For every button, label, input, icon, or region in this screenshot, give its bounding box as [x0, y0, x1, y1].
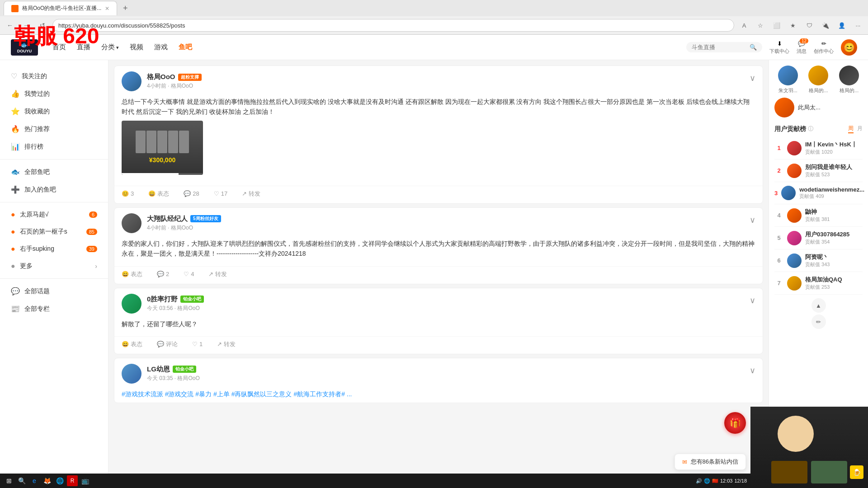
search-icon[interactable]: 🔍	[750, 44, 757, 51]
post-comment-1[interactable]: 💬 28	[184, 190, 199, 197]
split-view-icon[interactable]: ⬜	[770, 19, 783, 32]
post-like-emoji-1[interactable]: 😊 3	[122, 190, 134, 197]
taskbar-app-2[interactable]: 🌐	[54, 475, 65, 486]
extension-icon[interactable]: 🔌	[819, 19, 832, 32]
more-options-icon[interactable]: ···	[852, 19, 864, 32]
post-share-1[interactable]: ↗ 转发	[242, 190, 260, 198]
rank-item-5: 5 用户0307864285 贡献值 354	[774, 227, 863, 249]
sidebar-item-liked[interactable]: 👍 我赞过的	[0, 85, 108, 103]
post-comment-3[interactable]: 💬 评论	[157, 340, 178, 348]
star-icon: ⭐	[11, 107, 20, 116]
post-avatar-3[interactable]	[122, 294, 142, 314]
sidebar-item-all-columns[interactable]: 📰 全部专栏	[0, 300, 108, 318]
favorites-icon[interactable]: ★	[787, 19, 799, 32]
post-avatar-4[interactable]	[122, 364, 142, 384]
sidebar-item-taiyanma[interactable]: ● 太原马超√ 6	[0, 206, 108, 223]
browser-tab[interactable]: 格局OoO的鱼吧-斗鱼社区-直播... ✕	[4, 1, 117, 15]
gift-circle: 🎁	[724, 412, 746, 434]
bookmark-icon[interactable]: ☆	[754, 19, 767, 32]
post-collapse-3[interactable]: ∨	[750, 296, 755, 305]
sidebar-shiye-label: 石页的第一枢子s	[20, 228, 67, 236]
rank-tab-month[interactable]: 月	[857, 125, 863, 133]
rank-avatar-2[interactable]	[787, 164, 802, 178]
rank-avatar-6[interactable]	[787, 253, 802, 268]
suggested-user-3[interactable]: 此局太...	[774, 98, 863, 117]
message-button[interactable]: 💬 12 消息	[797, 40, 807, 55]
left-sidebar: ♡ 我关注的 👍 我赞过的 ⭐ 我收藏的 🔥 热门推荐 📊 排行榜 🐟	[0, 60, 108, 488]
sidebar-item-following[interactable]: ♡ 我关注的	[0, 67, 108, 85]
post-header-4: LG幼恩 铂金小吧 今天 03:35 · 格局OoO ∨	[114, 358, 763, 389]
nav-fishbar[interactable]: 鱼吧	[179, 43, 192, 52]
post-heart-2[interactable]: ♡ 4	[184, 271, 194, 277]
post-biaoqing-1[interactable]: 😄 表态	[148, 190, 169, 198]
profile-icon[interactable]: 👤	[835, 19, 848, 32]
create-button[interactable]: ✏ 创作中心	[814, 40, 834, 55]
suggested-user-2[interactable]: 格局的...	[835, 66, 863, 94]
rank-avatar-5[interactable]	[787, 231, 802, 245]
post-username-4: LG幼恩 铂金小吧	[147, 365, 755, 374]
sidebar-item-all-bars[interactable]: 🐟 全部鱼吧	[0, 163, 108, 181]
search-input[interactable]	[692, 44, 746, 51]
notification-icon: ✉	[682, 459, 687, 465]
post-collapse-1[interactable]: ∨	[750, 73, 755, 83]
post-biaoqing-3[interactable]: 😄 表态	[122, 340, 142, 348]
search-box[interactable]: 🔍	[686, 42, 762, 52]
taskbar-app-1[interactable]: 🦊	[42, 475, 52, 486]
search-taskbar-icon[interactable]: 🔍	[16, 475, 27, 486]
nav-games[interactable]: 游戏	[154, 43, 168, 52]
sidebar-item-hot[interactable]: 🔥 热门推荐	[0, 120, 108, 138]
rank-name-5: 用户0307864285	[805, 230, 863, 239]
post-collapse-4[interactable]: ∨	[750, 366, 755, 375]
suggested-name-0: 朱文羽...	[778, 87, 797, 94]
post-heart-3[interactable]: ♡ 1	[192, 341, 203, 347]
post-comment-2[interactable]: 💬 2	[157, 271, 169, 277]
post-share-2[interactable]: ↗ 转发	[208, 270, 227, 278]
rank-tab-week[interactable]: 周	[848, 125, 854, 133]
post-username-1: 格局OoO 超粉支撑	[147, 73, 755, 81]
translate-icon[interactable]: A	[738, 19, 750, 32]
address-bar[interactable]: https://yuba.douyu.com/discussion/558825…	[52, 19, 734, 32]
sidebar-item-all-topics[interactable]: 💬 全部话题	[0, 282, 108, 300]
post-biaoqing-2[interactable]: 😄 表态	[122, 270, 142, 278]
add-icon: ➕	[11, 185, 20, 194]
sidebar-item-more[interactable]: ● 更多 ›	[0, 258, 108, 275]
post-share-3[interactable]: ↗ 转发	[217, 340, 236, 348]
scroll-up-button[interactable]: ▲	[811, 298, 826, 313]
fire-icon: 🔥	[11, 125, 20, 133]
sidebar-item-rank[interactable]: 📊 排行榜	[0, 138, 108, 155]
taskbar-app-3[interactable]: R	[67, 475, 78, 486]
tab-close-button[interactable]: ✕	[105, 5, 109, 12]
suggested-avatar-2	[839, 66, 859, 85]
user-badge-1: 超粉支撑	[178, 74, 202, 81]
suggested-user-0[interactable]: 朱文羽...	[774, 66, 802, 94]
nav-category[interactable]: 分类	[101, 43, 119, 52]
download-button[interactable]: ⬇ 下载中心	[769, 40, 789, 55]
new-tab-button[interactable]: +	[119, 2, 132, 14]
sidebar-youshou-label: 右手supking	[20, 245, 54, 253]
sidebar-item-favorites[interactable]: ⭐ 我收藏的	[0, 103, 108, 120]
rank-avatar-7[interactable]	[787, 276, 802, 291]
nav-video[interactable]: 视频	[130, 43, 143, 52]
edge-taskbar-icon[interactable]: e	[29, 475, 40, 486]
post-heart-1[interactable]: ♡ 17	[214, 190, 227, 197]
sidebar-item-shiye[interactable]: ● 石页的第一枢子s 85	[0, 223, 108, 240]
suggested-user-1[interactable]: 格局的...	[805, 66, 832, 94]
post-avatar-1[interactable]	[122, 71, 142, 91]
sidebar-item-joined-bars[interactable]: ➕ 加入的鱼吧	[0, 181, 108, 198]
rank-avatar-4[interactable]	[787, 208, 802, 223]
user-avatar[interactable]: 😊	[841, 39, 857, 56]
post-collapse-2[interactable]: ∨	[750, 215, 755, 225]
tray-date: 12/18	[734, 478, 747, 483]
rank-score-6: 贡献值 343	[805, 261, 863, 268]
rank-avatar-1[interactable]	[787, 141, 802, 155]
taskbar: ⊞ 🔍 e 🦊 🌐 R 📺 🔊 🌐 🇨🇳 12:03 12/18	[0, 474, 750, 488]
windows-icon[interactable]: ⊞	[4, 475, 14, 486]
edit-button[interactable]: ✏	[811, 314, 826, 329]
rank-item-4: 4 鼬神 贡献值 381	[774, 204, 863, 227]
sidebar-item-youshou[interactable]: ● 右手supking 39	[0, 240, 108, 258]
taskbar-app-4[interactable]: 📺	[80, 475, 90, 486]
shield-icon[interactable]: 🛡	[803, 19, 816, 32]
post-avatar-2[interactable]	[122, 213, 142, 233]
biaoqing-icon-2: 😄	[122, 271, 129, 277]
rank-avatar-3[interactable]	[781, 186, 796, 200]
